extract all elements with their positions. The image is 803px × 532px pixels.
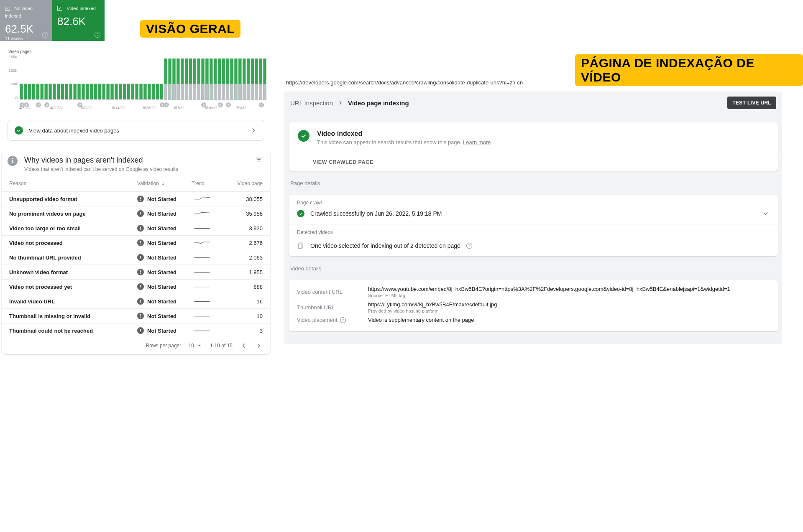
col-pages[interactable]: Video page bbox=[229, 181, 263, 186]
table-row[interactable]: Invalid video URL ! Not Started 16 bbox=[2, 294, 270, 308]
svg-rect-18 bbox=[57, 84, 60, 100]
value-thumbnail-url: https://i.ytimg.com/vi/8j_hxBw5B4E/maxre… bbox=[368, 301, 770, 308]
check-icon bbox=[15, 126, 23, 135]
col-validation[interactable]: Validation bbox=[137, 181, 192, 186]
card-label: Video indexed bbox=[66, 6, 96, 11]
chevron-right-icon bbox=[337, 99, 344, 106]
table-row[interactable]: No thumbnail URL provided ! Not Started … bbox=[2, 250, 270, 265]
cell-status: Not Started bbox=[147, 196, 176, 202]
video-details-card: Video content URL https://www.youtube.co… bbox=[289, 280, 778, 331]
view-indexed-pages-link[interactable]: View data about indexed video pages bbox=[8, 120, 264, 141]
svg-rect-91 bbox=[205, 84, 208, 100]
svg-rect-19 bbox=[57, 99, 60, 100]
help-icon[interactable]: ? bbox=[95, 32, 100, 38]
table-row[interactable]: Video not processed yet ! Not Started 88… bbox=[2, 279, 270, 294]
learn-more-link[interactable]: Learn more bbox=[463, 139, 491, 145]
cell-reason: Video not processed yet bbox=[9, 284, 137, 290]
svg-rect-28 bbox=[77, 84, 80, 100]
svg-rect-26 bbox=[74, 84, 77, 100]
table-row[interactable]: Video not processed ! Not Started 2,676 bbox=[2, 235, 270, 250]
card-no-video-indexed[interactable]: ✓ No video indexed 62.5K 11 issues ? bbox=[0, 0, 52, 41]
label-detected-videos: Detected videos bbox=[297, 229, 770, 235]
card-value: 62.5K bbox=[5, 23, 47, 36]
card-video-indexed[interactable]: ✓ Video indexed 82.6K ? bbox=[52, 0, 105, 41]
chevron-down-icon[interactable] bbox=[762, 210, 770, 217]
dropdown-icon bbox=[197, 343, 202, 349]
table-row[interactable]: Unsupported video format ! Not Started 3… bbox=[2, 191, 270, 206]
chart-annotation: 4 bbox=[24, 102, 29, 107]
chart-annotation: 1 bbox=[164, 102, 169, 107]
svg-rect-13 bbox=[44, 99, 47, 100]
table-row[interactable]: Thumbnail could not be reached ! Not Sta… bbox=[2, 323, 270, 338]
value-content-url: https://www.youtube.com/embed/8j_hxBw5B4… bbox=[368, 286, 770, 292]
cell-pages: 3 bbox=[229, 328, 263, 334]
status-icon: ! bbox=[137, 269, 144, 275]
svg-rect-58 bbox=[139, 84, 142, 100]
help-icon[interactable]: ? bbox=[466, 243, 472, 249]
svg-rect-62 bbox=[148, 84, 151, 100]
rows-per-page-label: Rows per page: bbox=[146, 343, 181, 349]
rows-per-page-select[interactable]: 10 bbox=[189, 343, 202, 349]
table-row[interactable]: Video too large or too small ! Not Start… bbox=[2, 221, 270, 235]
svg-rect-50 bbox=[123, 84, 126, 100]
sparkline bbox=[192, 254, 212, 260]
cell-status: Not Started bbox=[147, 313, 176, 319]
check-icon bbox=[298, 130, 309, 142]
svg-rect-8 bbox=[36, 84, 39, 100]
svg-rect-0 bbox=[20, 84, 23, 100]
help-icon[interactable]: ? bbox=[340, 317, 346, 323]
status-icon: ! bbox=[137, 254, 144, 261]
test-live-url-button[interactable]: TEST LIVE URL bbox=[727, 97, 776, 109]
sparkline bbox=[192, 298, 212, 304]
svg-rect-73 bbox=[168, 84, 171, 100]
value-video-placement: Video is supplementary content on the pa… bbox=[368, 317, 770, 323]
sparkline bbox=[192, 195, 212, 202]
svg-rect-48 bbox=[119, 84, 122, 100]
callout-overview: VISÃO GERAL bbox=[140, 20, 240, 38]
svg-rect-99 bbox=[222, 84, 225, 100]
prev-page-icon[interactable] bbox=[240, 342, 248, 349]
svg-rect-20 bbox=[61, 84, 64, 100]
cell-pages: 2,063 bbox=[229, 255, 263, 261]
table-row[interactable]: Unknown video format ! Not Started 1,955 bbox=[2, 265, 270, 279]
chart-annotation: 0 bbox=[36, 102, 41, 107]
table-row[interactable]: Thumbnail is missing or invalid ! Not St… bbox=[2, 308, 270, 323]
table-row[interactable]: No prominent videos on page ! Not Starte… bbox=[2, 206, 270, 221]
cell-status: Not Started bbox=[147, 255, 176, 261]
status-card: Video indexed This video can appear in s… bbox=[289, 122, 778, 171]
svg-rect-31 bbox=[82, 99, 84, 100]
svg-rect-64 bbox=[152, 84, 155, 100]
col-reason[interactable]: Reason bbox=[9, 181, 137, 186]
svg-rect-103 bbox=[230, 84, 233, 100]
svg-rect-85 bbox=[193, 84, 196, 100]
detected-text: One video selected for indexing out of 2… bbox=[310, 242, 460, 249]
svg-rect-14 bbox=[49, 84, 51, 100]
crawl-row[interactable]: Crawled successfully on Jun 26, 2022, 5:… bbox=[297, 210, 770, 217]
cell-reason: Invalid video URL bbox=[9, 298, 137, 305]
svg-rect-111 bbox=[247, 84, 250, 100]
cell-reason: No thumbnail URL provided bbox=[9, 255, 137, 261]
pages-icon bbox=[297, 242, 304, 249]
svg-rect-22 bbox=[65, 84, 68, 100]
sparkline bbox=[192, 239, 212, 246]
chart-title: Video pages bbox=[8, 49, 267, 54]
breadcrumb-root[interactable]: URL Inspection bbox=[290, 99, 333, 107]
cta-text: View data about indexed video pages bbox=[29, 127, 244, 134]
next-page-icon[interactable] bbox=[255, 342, 263, 349]
cell-reason: Unknown video format bbox=[9, 269, 137, 275]
cell-pages: 16 bbox=[229, 298, 263, 305]
status-title: Video indexed bbox=[317, 130, 491, 137]
view-crawled-page-button[interactable]: VIEW CRAWLED PAGE bbox=[289, 153, 778, 171]
svg-rect-15 bbox=[49, 99, 51, 100]
svg-rect-55 bbox=[131, 99, 134, 100]
section-page-details: Page details bbox=[290, 180, 776, 186]
svg-rect-47 bbox=[115, 99, 118, 100]
filter-icon[interactable] bbox=[255, 156, 263, 163]
status-description: This video can appear in search results … bbox=[317, 139, 491, 145]
svg-rect-5 bbox=[28, 99, 31, 100]
svg-rect-29 bbox=[77, 99, 80, 100]
help-icon[interactable]: ? bbox=[42, 32, 48, 38]
label-video-placement: Video placement ? bbox=[297, 317, 368, 323]
issues-title: Why videos in pages aren't indexed bbox=[24, 156, 178, 165]
svg-rect-39 bbox=[98, 99, 101, 100]
